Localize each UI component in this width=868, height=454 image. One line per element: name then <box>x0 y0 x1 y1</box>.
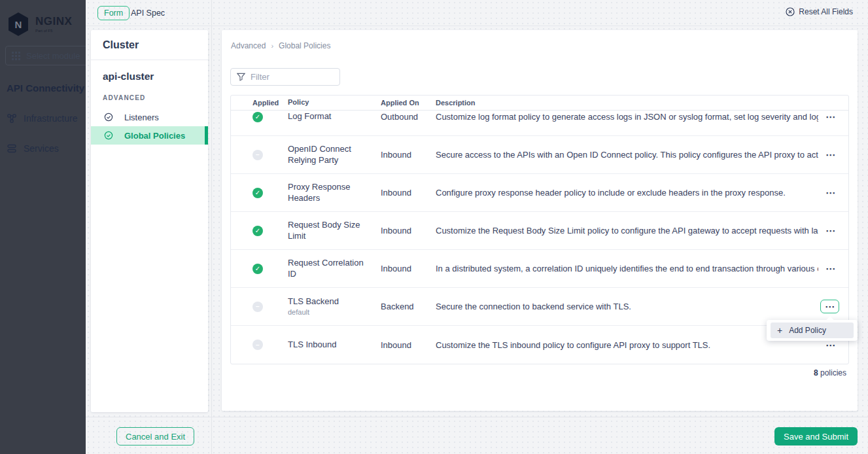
funnel-icon <box>237 73 245 81</box>
panel-nav-item[interactable]: Listeners <box>91 108 208 126</box>
policy-name: TLS Inbound <box>288 340 372 350</box>
global-policies-card: Advanced › Global Policies Applied Polic… <box>222 30 858 411</box>
drawer-footer: Cancel and Exit Save and Submit <box>86 417 868 454</box>
select-module-label: Select module <box>26 51 80 61</box>
sidebar-item-label: Services <box>24 143 59 154</box>
breadcrumb: Advanced › Global Policies <box>231 41 330 50</box>
table-body: ✓ Log Format Outbound Customize log form… <box>231 111 848 364</box>
cluster-panel: Cluster api-cluster ADVANCED Listeners G… <box>91 30 208 412</box>
policy-description: Customize log format policy to generate … <box>436 112 818 122</box>
policy-description: Secure the connection to backend service… <box>436 302 818 311</box>
policy-count-label: policies <box>820 368 846 377</box>
applied-on-value: Backend <box>381 302 436 311</box>
panel-heading: Cluster <box>103 39 139 51</box>
applied-status-icon: ✓ <box>252 112 263 122</box>
table-row: − TLS Backend default Backend Secure the… <box>231 288 848 326</box>
table-row: − TLS Inbound Inbound Customize the TLS … <box>231 326 848 364</box>
form-drawer: Form API Spec Reset All Fields Cluster a… <box>86 0 868 454</box>
policy-description: In a distributed system, a correlation I… <box>436 264 818 273</box>
policy-description: Secure access to the APIs with an Open I… <box>436 150 818 160</box>
check-circle-icon <box>104 131 113 140</box>
row-actions-button[interactable]: ⋯ <box>822 148 839 161</box>
breadcrumb-parent[interactable]: Advanced <box>231 41 266 50</box>
row-actions-menu: + Add Policy <box>767 320 858 341</box>
row-actions-button[interactable]: ⋯ <box>822 262 839 275</box>
stack-icon <box>7 143 17 154</box>
logo-wordmark: NGINX <box>35 16 72 27</box>
add-policy-label: Add Policy <box>789 326 826 335</box>
cluster-name: api-cluster <box>91 60 208 89</box>
col-header-policy: Policy <box>288 98 381 107</box>
panel-nav: Listeners Global Policies <box>91 108 208 145</box>
row-actions-button[interactable]: ⋯ <box>822 186 839 199</box>
column-divider <box>211 0 212 454</box>
reset-all-fields-button[interactable]: Reset All Fields <box>786 7 853 16</box>
col-header-applied: Applied <box>231 99 288 107</box>
nginx-logo: N NGINX Part of F5 <box>7 12 86 37</box>
table-row: ✓ Request Body Size Limit Inbound Custom… <box>231 212 848 250</box>
tab-api-spec[interactable]: API Spec <box>131 9 165 18</box>
tab-form[interactable]: Form <box>97 6 130 20</box>
row-actions-button[interactable]: ⋯ <box>820 300 839 313</box>
sidebar-item-infrastructure[interactable]: Infrastructure <box>7 113 86 124</box>
panel-nav-item-label: Global Policies <box>124 131 185 141</box>
reset-all-fields-label: Reset All Fields <box>799 7 853 16</box>
cancel-and-exit-button[interactable]: Cancel and Exit <box>116 427 194 445</box>
plus-icon: + <box>777 326 782 335</box>
applied-status-icon: − <box>252 150 263 160</box>
app-sidebar: N NGINX Part of F5 Select module API Con… <box>0 0 86 454</box>
applied-on-value: Outbound <box>381 112 436 122</box>
applied-on-value: Inbound <box>381 264 436 273</box>
breadcrumb-current: Global Policies <box>279 41 330 50</box>
section-label: ADVANCED <box>91 89 208 108</box>
policy-description: Customize the Request Body Size Limit po… <box>436 226 818 236</box>
applied-status-icon: ✓ <box>252 188 263 198</box>
drawer-topbar: Form API Spec Reset All Fields <box>86 0 868 26</box>
applied-status-icon: ✓ <box>252 226 263 236</box>
check-circle-icon <box>104 113 113 122</box>
applied-status-icon: − <box>252 302 263 312</box>
panel-nav-item-label: Listeners <box>124 113 159 122</box>
save-and-submit-button[interactable]: Save and Submit <box>774 427 858 445</box>
policy-description: Customize the TLS inbound policy to conf… <box>436 340 818 350</box>
applied-status-icon: − <box>252 340 263 350</box>
table-row: ✓ Log Format Outbound Customize log form… <box>231 111 848 136</box>
col-header-applied-on: Applied On <box>381 99 436 107</box>
panel-nav-item[interactable]: Global Policies <box>91 126 208 145</box>
filter-input[interactable] <box>251 72 329 82</box>
table-row: − OpenID Connect Relying Party Inbound S… <box>231 136 848 174</box>
table-row: ✓ Request Correlation ID Inbound In a di… <box>231 250 848 288</box>
policy-name: Proxy Response Headers <box>288 182 372 203</box>
policy-variant: default <box>288 308 372 317</box>
add-policy-menu-item[interactable]: + Add Policy <box>771 323 854 338</box>
policy-name: TLS Backend <box>288 296 372 307</box>
table-row: ✓ Proxy Response Headers Inbound Configu… <box>231 174 848 212</box>
policy-name: OpenID Connect Relying Party <box>288 144 372 166</box>
policy-count: 8 policies <box>814 368 846 377</box>
policy-description: Configure proxy response header policy t… <box>436 188 818 198</box>
policy-name: Log Format <box>288 111 372 122</box>
filter-field <box>230 68 340 86</box>
chevron-right-icon: › <box>271 42 273 50</box>
sidebar-item-services[interactable]: Services <box>7 143 86 154</box>
nginx-hexagon-icon: N <box>7 12 30 37</box>
policies-table: Applied Policy Applied On Description ✓ … <box>230 95 849 364</box>
svg-text:N: N <box>15 19 22 30</box>
applied-on-value: Inbound <box>381 340 436 350</box>
x-circle-icon <box>786 7 795 16</box>
select-module-dropdown[interactable]: Select module <box>5 46 86 65</box>
applied-status-icon: ✓ <box>252 264 263 274</box>
row-actions-button[interactable]: ⋯ <box>822 111 839 123</box>
app-title: API Connectivity M <box>7 82 86 94</box>
applied-on-value: Inbound <box>381 150 436 160</box>
applied-on-value: Inbound <box>381 188 436 198</box>
policy-name: Request Body Size Limit <box>288 220 372 241</box>
grid-icon <box>12 52 20 60</box>
row-actions-button[interactable]: ⋯ <box>822 224 839 237</box>
nodes-icon <box>7 113 17 124</box>
logo-subtext: Part of F5 <box>35 29 72 33</box>
col-header-description: Description <box>436 99 818 107</box>
applied-on-value: Inbound <box>381 226 436 236</box>
policy-count-number: 8 <box>814 368 818 377</box>
sidebar-item-label: Infrastructure <box>24 113 77 124</box>
